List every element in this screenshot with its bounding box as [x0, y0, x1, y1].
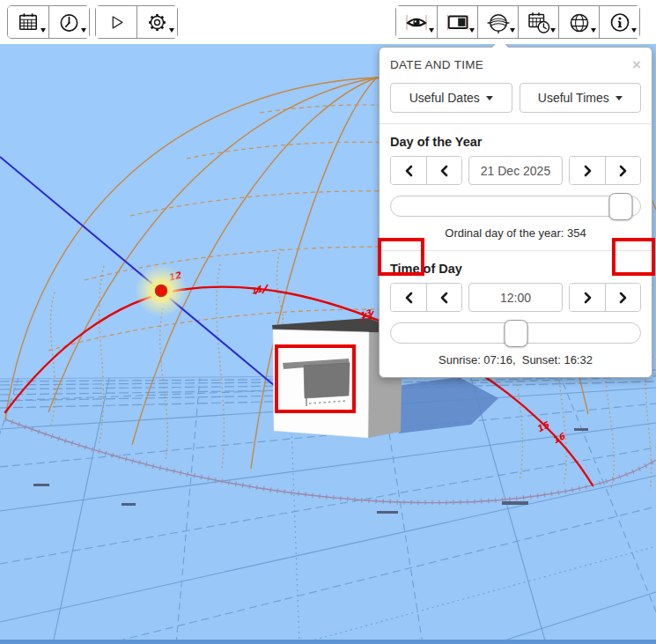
chevron-right-icon	[583, 292, 593, 304]
sunrise-sunset-caption: Sunrise: 07:16, Sunset: 16:32	[390, 353, 641, 366]
day-fast-back-button[interactable]	[391, 157, 426, 184]
chevron-left-icon	[404, 165, 414, 177]
chevron-left-icon	[439, 292, 449, 304]
display-mode-button[interactable]	[437, 6, 477, 38]
day-slider-track[interactable]	[390, 196, 641, 217]
time-forward-group	[569, 283, 641, 312]
time-back-group	[390, 283, 462, 312]
time-back-button[interactable]	[426, 284, 461, 311]
clock-icon	[58, 11, 80, 33]
time-slider	[390, 320, 641, 347]
day-of-year-heading: Day of the Year	[390, 135, 641, 149]
chevron-right-icon	[618, 292, 628, 304]
day-back-group	[390, 156, 462, 185]
dropdown-caret	[81, 28, 86, 33]
time-forward-button[interactable]	[570, 284, 605, 311]
sun-marker[interactable]	[135, 264, 188, 317]
day-forward-group	[569, 156, 641, 185]
calendar-icon	[18, 11, 39, 33]
useful-buttons-row: Useful Dates Useful Times	[390, 83, 641, 113]
eye-icon	[405, 11, 428, 33]
chevron-right-icon	[583, 165, 593, 177]
useful-times-button[interactable]: Useful Times	[520, 83, 642, 113]
play-icon	[106, 11, 127, 33]
info-icon	[608, 11, 631, 33]
globe-icon	[568, 11, 591, 33]
day-forward-button[interactable]	[570, 157, 605, 184]
dropdown-caret	[550, 28, 556, 33]
time-display: 12:00	[468, 283, 563, 312]
sunpath-display-button[interactable]	[477, 6, 518, 38]
contrast-panel-icon	[446, 11, 469, 33]
location-button[interactable]	[558, 6, 599, 38]
day-slider-thumb[interactable]	[609, 193, 633, 220]
dropdown-caret	[615, 96, 623, 100]
clock-button[interactable]	[48, 6, 89, 38]
dropdown-caret	[591, 28, 596, 33]
view-tools-group	[395, 5, 640, 39]
date-time-button-group	[7, 5, 90, 39]
day-stepper-row: 21 Dec 2025	[390, 156, 641, 185]
time-stepper-row: 12:00	[390, 283, 641, 312]
sunpath-sphere-icon	[487, 11, 510, 33]
dropdown-caret	[510, 28, 515, 33]
animation-settings-group	[95, 5, 178, 39]
day-slider	[390, 193, 641, 220]
calendar-button[interactable]	[8, 6, 48, 38]
chevron-right-icon	[618, 165, 628, 177]
useful-dates-label: Useful Dates	[409, 91, 480, 105]
top-toolbar	[0, 0, 656, 44]
gear-icon	[147, 12, 167, 33]
time-of-day-heading: Time of Day	[390, 262, 641, 276]
chevron-left-icon	[439, 165, 449, 177]
settings-button[interactable]	[136, 6, 177, 38]
useful-times-label: Useful Times	[538, 91, 609, 105]
panel-title: DATE AND TIME	[390, 58, 483, 71]
date-and-time-panel: DATE AND TIME × Useful Dates Useful Time…	[379, 47, 652, 378]
ground-front-edge	[0, 640, 656, 644]
day-fast-forward-button[interactable]	[605, 157, 640, 184]
dropdown-caret	[169, 28, 174, 33]
app-window: { "toolbar": { "left_icons": ["calendar"…	[0, 0, 656, 644]
info-button[interactable]	[599, 6, 639, 38]
calendar-clock-icon	[527, 11, 550, 33]
day-back-button[interactable]	[426, 157, 461, 184]
date-time-button[interactable]	[518, 6, 558, 38]
dropdown-caret	[469, 28, 475, 33]
visibility-button[interactable]	[396, 6, 437, 38]
dropdown-caret	[631, 28, 637, 33]
date-display: 21 Dec 2025	[468, 156, 563, 185]
dropdown-caret	[41, 28, 46, 33]
divider	[380, 250, 652, 251]
chevron-left-icon	[404, 292, 414, 304]
play-button[interactable]	[96, 6, 136, 38]
close-icon[interactable]: ×	[632, 57, 641, 72]
dropdown-caret	[486, 96, 493, 100]
ordinal-day-caption: Ordinal day of the year: 354	[390, 226, 641, 240]
dropdown-caret	[429, 28, 434, 33]
time-fast-back-button[interactable]	[391, 284, 426, 311]
useful-dates-button[interactable]: Useful Dates	[390, 83, 512, 113]
time-fast-forward-button[interactable]	[605, 284, 640, 311]
time-slider-thumb[interactable]	[504, 320, 527, 347]
divider	[380, 123, 652, 124]
panel-header: DATE AND TIME ×	[390, 55, 641, 74]
